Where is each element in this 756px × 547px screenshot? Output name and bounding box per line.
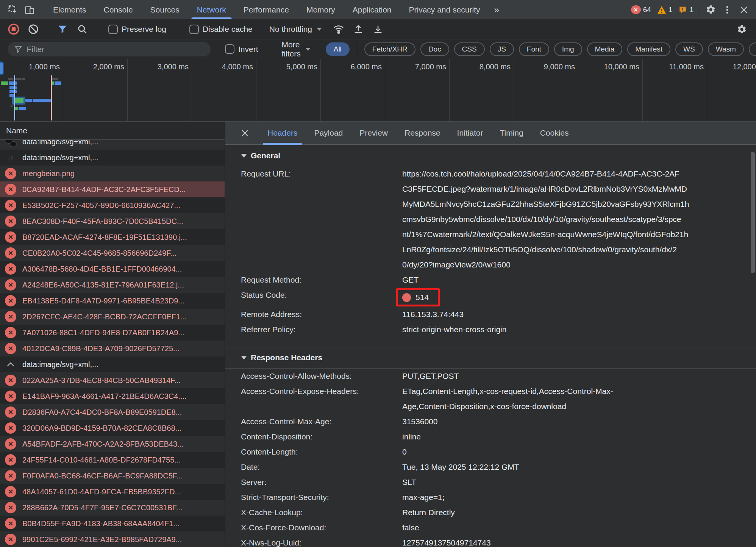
request-row[interactable]: ✕ A54BFADF-2AFB-470C-A2A2-8FBA53DEB43... [0,436,225,452]
search-icon[interactable] [74,22,91,37]
detail-tab-timing[interactable]: Timing [500,122,523,144]
close-devtools-icon[interactable] [736,5,752,14]
request-row[interactable]: ✕ A306478B-5680-4D4E-BB1E-1FFD00466904..… [0,261,225,277]
console-warnings-badge[interactable]: 1 [657,6,673,14]
header-name: Referrer Policy: [241,322,402,337]
request-row[interactable]: ✕ EB4138E5-D4F8-4A7D-9971-6B95BE4B23D9..… [0,293,225,309]
detail-tab-initiator[interactable]: Initiator [457,122,483,144]
header-value: 514 [402,288,756,307]
clear-network-log-icon[interactable] [25,22,42,37]
export-har-icon[interactable] [370,22,386,37]
filter-toggle-icon[interactable] [54,22,71,37]
network-conditions-icon[interactable] [330,22,347,37]
chip-manifest[interactable]: Manifest [627,42,670,56]
request-failed-icon: ✕ [5,247,16,259]
detail-tab-response[interactable]: Response [405,122,440,144]
invert-filter-toggle[interactable]: Invert [225,44,258,54]
request-row[interactable]: ✕ 288B662A-70D5-4F7F-95E7-C6C7C00531BF..… [0,500,225,516]
chip-font[interactable]: Font [519,42,549,56]
chip-wasm[interactable]: Wasm [708,42,744,56]
throttling-select[interactable]: No throttling [269,25,322,34]
chip-ws[interactable]: WS [675,42,703,56]
scrollbar-thumb[interactable] [751,152,755,273]
kebab-menu-icon[interactable] [719,5,736,15]
chip-all[interactable]: All [326,42,350,56]
request-row[interactable]: ✕ E141BAF9-963A-4661-A417-21BE4D6AC3C4..… [0,388,225,404]
request-row[interactable]: ✕ A24248E6-A50C-4135-81E7-796A01F63E12.j… [0,277,225,293]
section-title-response-headers[interactable]: Response Headers [225,347,756,368]
more-tabs-icon[interactable]: » [489,0,504,19]
request-row[interactable]: ✕ mengbeian.png [0,166,225,181]
chip-media[interactable]: Media [587,42,623,56]
request-failed-icon: ✕ [5,470,16,481]
filter-input[interactable] [27,45,204,54]
tab-console[interactable]: Console [95,0,142,19]
request-failed-icon: ✕ [5,327,16,338]
chip-other[interactable]: Other [749,42,756,56]
request-row[interactable]: ✕ CE0B20A0-5C02-4C45-9685-856696D249F... [0,245,225,261]
overview-bar [1,81,8,85]
chip-fetch-xhr[interactable]: Fetch/XHR [364,42,415,56]
chip-img[interactable]: Img [554,42,582,56]
detail-tab-cookies[interactable]: Cookies [540,122,569,144]
overview-bar [19,107,26,110]
preserve-log-toggle[interactable]: Preserve log [108,25,166,34]
header-row: Content-Length:0 [225,444,756,459]
request-row[interactable]: ✕ 320D06A9-BD9D-4159-B70A-82CEA8C8B68... [0,420,225,436]
console-errors-badge[interactable]: ✕ 64 [631,5,651,14]
header-value: false [402,520,756,535]
name-column-header[interactable]: Name [0,122,225,140]
request-row[interactable]: ✕ 48A14057-61D0-4AFD-9FCA-FB5BB9352FD... [0,484,225,500]
network-overview-timeline[interactable]: 1,000 ms2,000 ms3,000 ms4,000 ms5,000 ms… [0,59,756,122]
tab-application[interactable]: Application [344,0,400,19]
overview-range-grip[interactable] [0,61,4,75]
header-value: max-age=1; [402,490,756,505]
detail-tab-headers[interactable]: Headers [267,122,297,144]
request-row[interactable]: ✕ 022AA25A-37DB-4EC8-84CB-50CAB49314F... [0,372,225,388]
header-value: Tue, 13 May 2025 12:22:12 GMT [402,459,756,475]
disable-cache-checkbox[interactable] [189,25,199,34]
detail-tab-payload[interactable]: Payload [314,122,343,144]
request-row[interactable]: ♪ data:image/svg+xml,... [0,150,225,166]
section-title-general[interactable]: General [225,145,756,166]
request-row[interactable]: ✕ 8EAC308D-F40F-45FA-B93C-7D0C5B415DC... [0,213,225,229]
request-row[interactable]: ✕ F0F0AFA0-BC68-46CF-B6AF-BC9FA88DC5F... [0,468,225,484]
overview-bar [9,90,17,93]
record-network-log-icon[interactable] [5,22,22,37]
request-row[interactable]: ✕ B8720EAD-ACAF-4274-8F8E-19F51E131390.j… [0,229,225,245]
tab-network[interactable]: Network [188,0,235,19]
more-filters-button[interactable]: More filters [282,40,311,58]
request-row[interactable]: ✕ 2D267CFC-AE4C-428F-BCBD-72ACCFF0EF1... [0,309,225,325]
inspect-element-icon[interactable] [5,0,21,19]
request-row[interactable]: data:image/svg+xml,... [0,140,225,150]
settings-gear-icon[interactable] [702,5,719,15]
request-row[interactable]: ✕ B0B4D55F-FA9D-4183-AB38-68AAA8404F1... [0,516,225,531]
network-settings-gear-icon[interactable] [733,22,750,37]
tab-sources[interactable]: Sources [142,0,188,19]
request-row[interactable]: ✕ D2836FA0-A7C4-4DC0-BF8A-B89E0591DE8... [0,404,225,420]
request-row[interactable]: ✕ 0CA924B7-B414-4ADF-AC3C-2AFC3F5FECD... [0,181,225,197]
request-row[interactable]: data:image/svg+xml,... [0,356,225,372]
invert-checkbox[interactable] [225,44,234,54]
chip-doc[interactable]: Doc [420,42,449,56]
issues-badge[interactable]: 1 [678,6,694,14]
chip-js[interactable]: JS [490,42,514,56]
tab-privacy-and-security[interactable]: Privacy and security [400,0,489,19]
issue-icon [678,6,687,14]
tab-elements[interactable]: Elements [44,0,95,19]
close-details-icon[interactable] [241,129,249,138]
device-toolbar-icon[interactable] [21,0,38,19]
chip-css[interactable]: CSS [454,42,485,56]
request-row[interactable]: ✕ 4012DCA9-C89B-4DE3-A709-9026FD57725... [0,341,225,356]
disable-cache-toggle[interactable]: Disable cache [189,25,253,34]
overview-bar [11,105,12,107]
import-har-icon[interactable] [350,22,367,37]
tab-performance[interactable]: Performance [235,0,298,19]
request-row[interactable]: ✕ E53B502C-F257-4057-89D6-6610936AC427..… [0,197,225,213]
request-row[interactable]: ✕ 7A071026-88C1-4DFD-94E8-D7AB0F1B24A9..… [0,325,225,341]
preserve-log-checkbox[interactable] [108,25,118,34]
tab-memory[interactable]: Memory [298,0,344,19]
request-row[interactable]: ✕ 9901C2E5-6992-421E-A3E2-B985FAD729A9..… [0,531,225,547]
detail-tab-preview[interactable]: Preview [359,122,388,144]
request-row[interactable]: ✕ 24F55F14-C010-4681-A80B-DF2678FD4755..… [0,452,225,468]
